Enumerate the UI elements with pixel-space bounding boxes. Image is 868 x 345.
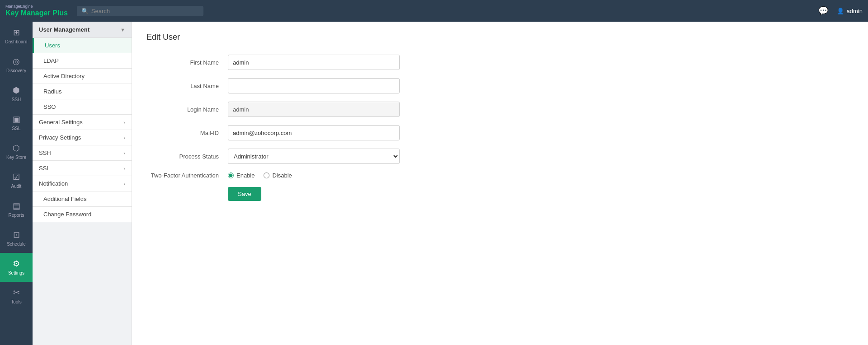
sidebar-label-ldap: LDAP: [43, 57, 59, 64]
nav-item-audit[interactable]: ☑ Audit: [0, 166, 33, 195]
nav-item-reports[interactable]: ▤ Reports: [0, 195, 33, 224]
settings-icon: ⚙: [13, 259, 20, 269]
notification-icon[interactable]: 💬: [817, 5, 830, 17]
two-fa-enable-label: Enable: [236, 172, 255, 179]
sidebar-item-general-settings[interactable]: General Settings ›: [33, 115, 132, 130]
sidebar-item-ldap[interactable]: LDAP: [33, 53, 132, 69]
nav-item-discovery[interactable]: ◎ Discovery: [0, 51, 33, 79]
sidebar-section-user-management[interactable]: User Management ▼: [33, 22, 132, 38]
nav-label-keystore: Key Store: [6, 155, 26, 160]
user-name: admin: [847, 8, 863, 14]
sidebar-label-notification: Notification: [39, 180, 68, 187]
process-status-row: Process Status Administrator User Audito…: [146, 149, 463, 164]
logo-accent: Plus: [52, 9, 68, 17]
nav-item-tools[interactable]: ✂ Tools: [0, 282, 33, 311]
audit-icon: ☑: [13, 172, 20, 182]
tools-icon: ✂: [13, 288, 20, 298]
nav-item-settings[interactable]: ⚙ Settings: [0, 253, 33, 282]
sidebar-label-ssh: SSH: [39, 149, 51, 156]
nav-item-ssh[interactable]: ⬢ SSH: [0, 79, 33, 108]
save-row: Save: [146, 187, 463, 201]
sidebar-label-additional-fields: Additional Fields: [43, 196, 86, 202]
two-fa-enable-radio[interactable]: [228, 172, 234, 178]
sidebar-item-change-password[interactable]: Change Password: [33, 207, 132, 222]
sidebar-label-active-directory: Active Directory: [43, 73, 85, 79]
logo-top: ManageEngine: [5, 5, 68, 9]
process-status-label: Process Status: [146, 153, 228, 160]
mail-id-field[interactable]: [228, 125, 400, 140]
last-name-row: Last Name: [146, 78, 463, 93]
logo-bottom: Key Manager Plus: [5, 9, 68, 17]
two-fa-row: Two-Factor Authentication Enable Disable: [146, 172, 463, 179]
sidebar-item-additional-fields[interactable]: Additional Fields: [33, 191, 132, 207]
nav-label-ssh: SSH: [12, 97, 21, 103]
two-fa-disable-radio[interactable]: [264, 172, 269, 178]
two-fa-enable-option[interactable]: Enable: [228, 172, 255, 179]
ssl-icon: ▣: [13, 114, 20, 124]
header-right: 💬 👤 admin: [817, 5, 863, 17]
login-name-row: Login Name: [146, 102, 463, 117]
logo-plain: Key Manager: [5, 9, 52, 17]
nav-item-dashboard[interactable]: ⊞ Dashboard: [0, 22, 33, 51]
sidebar-item-ssh[interactable]: SSH ›: [33, 145, 132, 161]
two-fa-radio-group: Enable Disable: [228, 172, 292, 179]
sidebar-label-privacy-settings: Privacy Settings: [39, 134, 81, 141]
edit-user-form: First Name Last Name Login Name Mail-ID …: [146, 55, 463, 201]
nav-label-settings: Settings: [8, 270, 24, 276]
ssh-icon: ⬢: [13, 85, 20, 95]
sidebar-label-change-password: Change Password: [43, 211, 91, 218]
chevron-right-icon-2: ›: [123, 135, 125, 140]
reports-icon: ▤: [13, 201, 20, 211]
page-title: Edit User: [146, 33, 854, 42]
chevron-down-icon: ▼: [120, 27, 125, 33]
sidebar-item-notification[interactable]: Notification ›: [33, 176, 132, 191]
mail-id-label: Mail-ID: [146, 130, 228, 136]
search-bar[interactable]: 🔍: [77, 6, 203, 16]
discovery-icon: ◎: [13, 56, 20, 66]
nav-label-schedule: Schedule: [7, 242, 26, 247]
sidebar-section-label: User Management: [39, 26, 90, 33]
chevron-right-icon-4: ›: [123, 166, 125, 171]
first-name-row: First Name: [146, 55, 463, 70]
nav-item-keystore[interactable]: ⬡ Key Store: [0, 137, 33, 166]
sidebar-label-general-settings: General Settings: [39, 119, 83, 126]
sidebar: User Management ▼ Users LDAP Active Dire…: [33, 22, 132, 345]
mail-id-row: Mail-ID: [146, 125, 463, 140]
nav-item-ssl[interactable]: ▣ SSL: [0, 108, 33, 137]
last-name-field[interactable]: [228, 78, 400, 93]
first-name-label: First Name: [146, 59, 228, 66]
nav-label-discovery: Discovery: [6, 68, 26, 74]
nav-label-ssl: SSL: [12, 126, 21, 131]
search-input[interactable]: [91, 8, 199, 14]
chevron-right-icon-5: ›: [123, 181, 125, 186]
user-menu[interactable]: 👤 admin: [837, 8, 863, 14]
sidebar-item-radius[interactable]: Radius: [33, 84, 132, 99]
nav-label-tools: Tools: [11, 299, 21, 305]
sidebar-item-sso[interactable]: SSO: [33, 99, 132, 115]
chevron-right-icon-3: ›: [123, 150, 125, 156]
sidebar-item-active-directory[interactable]: Active Directory: [33, 69, 132, 84]
sidebar-label-radius: Radius: [43, 88, 61, 95]
login-name-field: [228, 102, 400, 117]
first-name-field[interactable]: [228, 55, 400, 70]
sidebar-label-users: Users: [45, 42, 60, 49]
content-area: Edit User First Name Last Name Login Nam…: [132, 22, 868, 345]
sidebar-item-users[interactable]: Users: [33, 38, 132, 53]
nav-label-dashboard: Dashboard: [5, 39, 28, 45]
header: ManageEngine Key Manager Plus 🔍 💬 👤 admi…: [0, 0, 868, 22]
nav-label-reports: Reports: [8, 213, 24, 218]
login-name-label: Login Name: [146, 106, 228, 113]
sidebar-item-privacy-settings[interactable]: Privacy Settings ›: [33, 130, 132, 145]
process-status-select[interactable]: Administrator User Auditor: [228, 149, 400, 164]
nav-item-schedule[interactable]: ⊡ Schedule: [0, 224, 33, 253]
two-fa-disable-option[interactable]: Disable: [264, 172, 292, 179]
nav-label-audit: Audit: [11, 184, 22, 189]
keystore-icon: ⬡: [13, 143, 20, 153]
last-name-label: Last Name: [146, 83, 228, 89]
save-button[interactable]: Save: [228, 187, 261, 201]
app-logo: ManageEngine Key Manager Plus: [5, 5, 68, 17]
sidebar-label-sso: SSO: [43, 103, 56, 110]
two-fa-label: Two-Factor Authentication: [146, 172, 228, 179]
sidebar-item-ssl[interactable]: SSL ›: [33, 161, 132, 176]
main-layout: ⊞ Dashboard ◎ Discovery ⬢ SSH ▣ SSL ⬡ Ke…: [0, 22, 868, 345]
